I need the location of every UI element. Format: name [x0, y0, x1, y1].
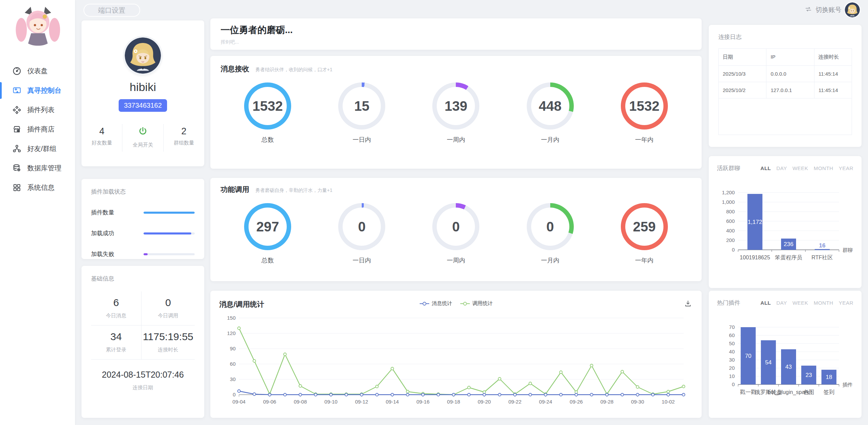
basic-info-card: 基础信息 6 今日消息 0 今日调用 34 累计登录 1175:19:55 连接…	[81, 266, 204, 418]
gauge-ring: 0	[432, 203, 479, 250]
sidebar-item-label: 系统信息	[27, 183, 55, 192]
svg-text:09-20: 09-20	[478, 399, 491, 405]
gauge-ring: 448	[527, 82, 574, 130]
line-chart-card: 消息/调用统计 消息统计 调用统计 030609012015009-0409-0…	[210, 291, 702, 418]
svg-text:23: 23	[806, 372, 812, 378]
progress-row: 加载失败	[91, 250, 195, 258]
hot-plugins-card: 热门插件 ALLDAYWEEKMONTHYEAR 010203040506070…	[709, 291, 862, 418]
friend-count: 4 好友数量	[81, 124, 122, 152]
global-switch[interactable]: 全局开关	[122, 124, 163, 152]
svg-text:10: 10	[729, 373, 735, 379]
gauge: 259 一年内	[621, 203, 668, 264]
sidebar-item-console[interactable]: 真寻控制台	[0, 81, 75, 100]
svg-text:RTF社区: RTF社区	[811, 255, 833, 260]
svg-text:09-04: 09-04	[233, 399, 245, 405]
tab-all[interactable]: ALL	[761, 165, 771, 171]
sidebar-item-dashboard[interactable]: 仪表盘	[0, 61, 75, 81]
svg-text:30: 30	[729, 357, 735, 363]
gauge-value: 1532	[629, 98, 659, 114]
plugin-load-card: 插件加载状态 插件数量 加载成功 加载失败	[81, 179, 204, 259]
svg-text:236: 236	[784, 241, 793, 247]
svg-text:09-26: 09-26	[570, 399, 583, 405]
sidebar-item-system-info[interactable]: 系统信息	[0, 178, 75, 197]
tab-month[interactable]: MONTH	[814, 165, 834, 171]
svg-text:1001918625: 1001918625	[740, 255, 770, 260]
progress-row: 插件数量	[91, 209, 195, 216]
svg-text:200: 200	[726, 237, 735, 243]
gauge-label: 一日内	[338, 256, 385, 264]
switch-account-label: 切换账号	[815, 5, 841, 14]
account-avatar[interactable]	[845, 2, 860, 17]
gauge-value: 139	[445, 98, 467, 114]
svg-text:09-16: 09-16	[416, 399, 429, 405]
svg-text:90: 90	[230, 346, 236, 351]
progress-bar	[144, 253, 195, 255]
gauge: 0 一日内	[338, 203, 385, 264]
avatar-image	[125, 37, 161, 74]
download-icon[interactable]	[684, 300, 692, 309]
svg-text:09-18: 09-18	[447, 399, 460, 405]
line-chart: 030609012015009-0409-0609-0809-1009-1209…	[219, 310, 693, 413]
gauge: 448 一月内	[527, 82, 574, 144]
today-calls: 0 今日调用	[141, 291, 195, 325]
svg-text:0: 0	[732, 247, 735, 253]
switch-account-button[interactable]: 切换账号	[805, 2, 860, 17]
gauge-value: 0	[452, 219, 460, 234]
legend-label: 调用统计	[473, 300, 493, 307]
card-title: 活跃群聊	[717, 164, 740, 172]
legend-item[interactable]: 调用统计	[460, 300, 493, 307]
console-icon	[12, 86, 21, 95]
power-icon[interactable]	[122, 126, 163, 139]
card-title: 功能调用	[221, 185, 249, 194]
gauge-ring: 0	[527, 203, 574, 250]
tab-day[interactable]: DAY	[776, 165, 787, 171]
tab-year[interactable]: YEAR	[839, 165, 853, 171]
tab-day[interactable]: DAY	[776, 300, 787, 306]
card-subtitle: 勇者结识伙伴，收到的问候，口才+1	[255, 67, 332, 73]
tab-week[interactable]: WEEK	[792, 300, 808, 306]
tab-all[interactable]: ALL	[761, 300, 771, 306]
legend-item[interactable]: 消息统计	[419, 300, 452, 307]
gauge: 0 一周内	[432, 203, 479, 264]
gauge-value: 0	[547, 219, 554, 234]
range-tabs: ALLDAYWEEKMONTHYEAR	[761, 165, 853, 171]
svg-text:插件: 插件	[842, 382, 853, 388]
store-icon	[12, 125, 21, 134]
gauge: 297 总数	[244, 203, 291, 264]
swap-icon	[805, 5, 812, 14]
connection-log-table: 日期 IP 连接时长 2025/10/3 0.0.0.0 11:45:14 20…	[718, 48, 852, 135]
svg-text:120: 120	[227, 330, 236, 336]
hero-card: 一位勇者的磨砺... 挥剑吧...	[210, 18, 702, 50]
profile-id-badge: 3373463162	[119, 99, 167, 112]
progress-bar	[144, 232, 195, 234]
table-row: 2025/10/2 127.0.0.1 11:45:14	[719, 82, 852, 98]
gauge-ring: 0	[338, 203, 385, 250]
sidebar-item-friends-groups[interactable]: 好友/群组	[0, 139, 75, 158]
gauge: 1532 总数	[244, 82, 291, 144]
svg-text:09-10: 09-10	[325, 399, 338, 405]
total-logins: 34 累计登录	[91, 325, 141, 360]
sidebar-item-database[interactable]: 数据库管理	[0, 158, 75, 178]
sidebar-item-plugin-store[interactable]: 插件商店	[0, 120, 75, 139]
database-icon	[12, 164, 21, 173]
gauge-label: 一月内	[527, 136, 574, 144]
group-count: 2 群组数量	[163, 124, 204, 152]
svg-text:10-02: 10-02	[662, 399, 675, 405]
connect-date-label: 连接日期	[91, 384, 195, 391]
tab-month[interactable]: MONTH	[814, 300, 834, 306]
plugins-icon	[12, 105, 21, 115]
gauge-row: 1532 总数 15 一日内 139 一周内 448 一月内 1532	[221, 82, 691, 144]
port-settings-button[interactable]: 端口设置	[84, 4, 140, 17]
sidebar-item-plugin-list[interactable]: 插件列表	[0, 100, 75, 120]
svg-text:800: 800	[726, 209, 735, 214]
svg-text:1,000: 1,000	[722, 199, 735, 205]
card-title: 连接日志	[718, 33, 852, 41]
svg-text:色图: 色图	[803, 389, 814, 395]
tab-week[interactable]: WEEK	[792, 165, 808, 171]
svg-text:群聊: 群聊	[842, 247, 853, 253]
svg-text:600: 600	[726, 218, 735, 224]
svg-text:09-24: 09-24	[539, 399, 552, 405]
profile-name: hibiki	[81, 80, 204, 94]
sidebar-item-label: 数据库管理	[27, 164, 61, 173]
tab-year[interactable]: YEAR	[839, 300, 853, 306]
